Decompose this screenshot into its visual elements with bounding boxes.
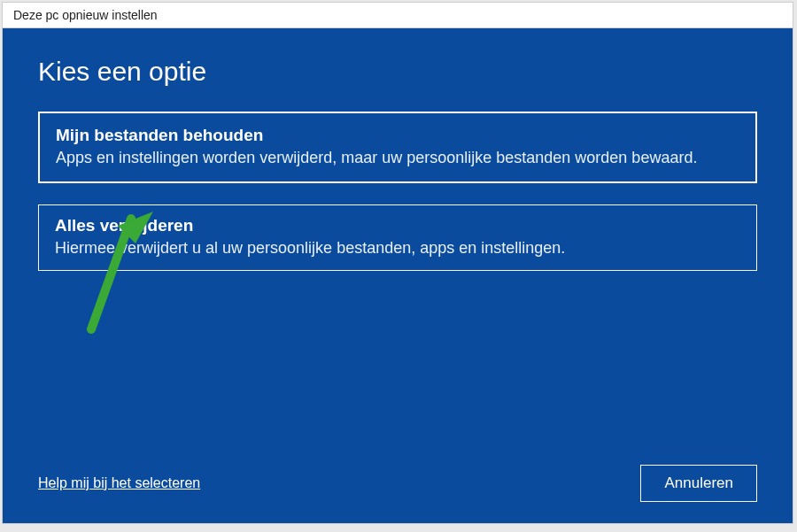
option-keep-files-description: Apps en instellingen worden verwijderd, … (56, 147, 739, 169)
reset-pc-dialog: Deze pc opnieuw instellen Kies een optie… (2, 2, 793, 524)
window-titlebar: Deze pc opnieuw instellen (3, 3, 793, 28)
window-title: Deze pc opnieuw instellen (13, 8, 158, 22)
page-heading: Kies een optie (38, 57, 757, 87)
option-remove-everything-description: Hiermee verwijdert u al uw persoonlijke … (55, 237, 740, 259)
dialog-content: Kies een optie Mijn bestanden behouden A… (3, 28, 793, 523)
dialog-footer: Help mij bij het selecteren Annuleren (38, 447, 757, 502)
option-keep-files-title: Mijn bestanden behouden (56, 126, 739, 145)
option-remove-everything-title: Alles verwijderen (55, 216, 740, 235)
help-link[interactable]: Help mij bij het selecteren (38, 475, 200, 491)
option-keep-files[interactable]: Mijn bestanden behouden Apps en instelli… (38, 112, 757, 183)
cancel-button[interactable]: Annuleren (640, 465, 757, 502)
option-remove-everything[interactable]: Alles verwijderen Hiermee verwijdert u a… (38, 204, 757, 271)
